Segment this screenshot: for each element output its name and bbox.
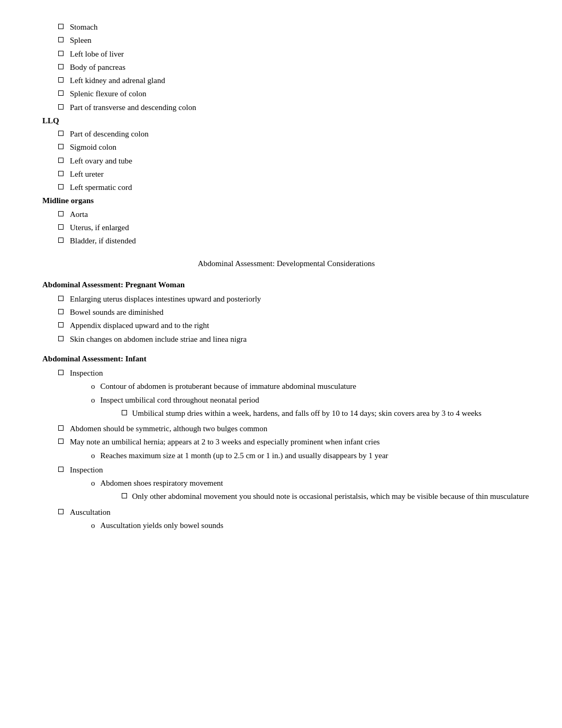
bullet-icon [58,77,64,83]
o-item-text: Abdomen shoes respiratory movement Only … [101,477,531,504]
inspection2-label: Inspection o Abdomen shoes respiratory m… [70,464,530,505]
bullet-icon [58,64,64,69]
inspection1-list: Inspection o Contour of abdomen is protu… [42,367,530,422]
infant-section: Abdominal Assessment: Infant Inspection … [42,353,530,533]
deep-list: Only other abdominal movement you should… [101,490,531,503]
list-item: Splenic flexure of colon [58,88,530,100]
bullet-icon [58,171,64,176]
list-item: Left spermatic cord [58,181,530,194]
list-item: Bladder, if distended [58,235,530,247]
bullet-icon [58,131,64,136]
midline-section: Midline organs Aorta Uterus, if enlarged… [42,195,530,247]
list-item: Left lobe of liver [58,48,530,60]
list-item: Left ovary and tube [58,155,530,167]
deep-item-text: Only other abdominal movement you should… [132,490,531,503]
bullet-icon [58,336,64,341]
list-item: May note an umbilical hernia; appears at… [58,436,530,463]
bullet-icon [58,144,64,149]
o-list-item: o Reaches maximum size at 1 month (up to… [91,450,530,462]
bullet-icon [58,51,64,56]
auscultation-o-list: o Auscultation yields only bowel sounds [70,520,530,532]
o-item-text: Inspect umbilical cord throughout neonat… [101,394,531,421]
list-item: Abdomen should be symmetric, although tw… [58,423,530,435]
deep-bullet-icon [122,410,127,415]
inspection1-item: Inspection o Contour of abdomen is protu… [58,367,530,422]
list-item: Body of pancreas [58,61,530,74]
item-text: Splenic flexure of colon [70,88,530,100]
list-item: Left ureter [58,168,530,180]
llq-section: LLQ Part of descending colon Sigmoid col… [42,115,530,194]
auscultation-label: Auscultation o Auscultation yields only … [70,506,530,533]
list-item: Part of descending colon [58,128,530,140]
deep-bullet-icon [122,493,127,498]
item-text: Stomach [70,21,530,33]
list-item: Appendix displaced upward and to the rig… [58,320,530,332]
list-item: Sigmoid colon [58,141,530,153]
deep-list-item: Only other abdominal movement you should… [122,490,531,503]
item-text: Skin changes on abdomen include striae a… [70,333,530,345]
infant-heading: Abdominal Assessment: Infant [42,353,530,365]
item-text: May note an umbilical hernia; appears at… [70,436,530,463]
pregnant-section: Abdominal Assessment: Pregnant Woman Enl… [42,279,530,345]
sub-bullet-icon [58,370,64,375]
inspection2-o-list: o Abdomen shoes respiratory movement Onl… [70,477,530,504]
bullet-icon [58,296,64,301]
item-text: Left spermatic cord [70,181,530,194]
luq-list: Stomach Spleen Left lobe of liver Body o… [42,21,530,114]
list-item: Bowel sounds are diminished [58,306,530,319]
item-text: Bowel sounds are diminished [70,306,530,319]
auscultation-item: Auscultation o Auscultation yields only … [58,506,530,533]
list-item: Skin changes on abdomen include striae a… [58,333,530,345]
llq-label: LLQ [42,115,530,127]
list-item: Part of transverse and descending colon [58,102,530,114]
item-text: Bladder, if distended [70,235,530,247]
item-text: Left lobe of liver [70,48,530,60]
o-bullet: o [91,394,95,406]
o-list-item: o Inspect umbilical cord throughout neon… [91,394,530,421]
bullet-icon [58,224,64,230]
item-text: Sigmoid colon [70,141,530,153]
bullet-icon [58,309,64,314]
deep-list-item: Umbilical stump dries within a week, har… [122,407,531,420]
hernia-o-list: o Reaches maximum size at 1 month (up to… [70,450,530,462]
item-text: Abdomen should be symmetric, although tw… [70,423,530,435]
item-text: Left kidney and adrenal gland [70,75,530,87]
list-item: Enlarging uterus displaces intestines up… [58,293,530,305]
inspection1-label: Inspection o Contour of abdomen is protu… [70,367,530,422]
bullet-icon [58,211,64,216]
symmetric-list: Abdomen should be symmetric, although tw… [42,423,530,435]
o-bullet: o [91,520,95,532]
pregnant-list: Enlarging uterus displaces intestines up… [42,293,530,345]
item-text: Spleen [70,34,530,47]
item-text: Part of descending colon [70,128,530,140]
deep-item-text: Umbilical stump dries within a week, har… [132,407,531,420]
bullet-icon [58,104,64,110]
bullet-icon [58,90,64,96]
item-text: Appendix displaced upward and to the rig… [70,320,530,332]
item-text: Left ureter [70,168,530,180]
developmental-heading: Abdominal Assessment: Developmental Cons… [42,258,530,270]
inspection1-o-list: o Contour of abdomen is protuberant beca… [70,380,530,421]
list-item: Uterus, if enlarged [58,222,530,234]
o-list-item: o Contour of abdomen is protuberant beca… [91,380,530,393]
item-text: Left ovary and tube [70,155,530,167]
auscultation-list: Auscultation o Auscultation yields only … [42,506,530,533]
list-item: Spleen [58,34,530,47]
o-item-text: Reaches maximum size at 1 month (up to 2… [101,450,531,462]
item-text: Enlarging uterus displaces intestines up… [70,293,530,305]
sub-bullet-icon [58,509,64,514]
bullet-icon [58,158,64,163]
deep-list: Umbilical stump dries within a week, har… [101,407,531,420]
o-item-text: Contour of abdomen is protuberant becaus… [101,380,531,393]
midline-list: Aorta Uterus, if enlarged Bladder, if di… [42,208,530,248]
bullet-icon [58,238,64,243]
o-item-text: Auscultation yields only bowel sounds [101,520,531,532]
llq-list: Part of descending colon Sigmoid colon L… [42,128,530,194]
sub-bullet-icon [58,467,64,472]
list-item: Left kidney and adrenal gland [58,75,530,87]
o-bullet: o [91,477,95,489]
sub-bullet-icon [58,425,64,431]
o-bullet: o [91,380,95,393]
inspection2-item: Inspection o Abdomen shoes respiratory m… [58,464,530,505]
o-list-item: o Auscultation yields only bowel sounds [91,520,530,532]
